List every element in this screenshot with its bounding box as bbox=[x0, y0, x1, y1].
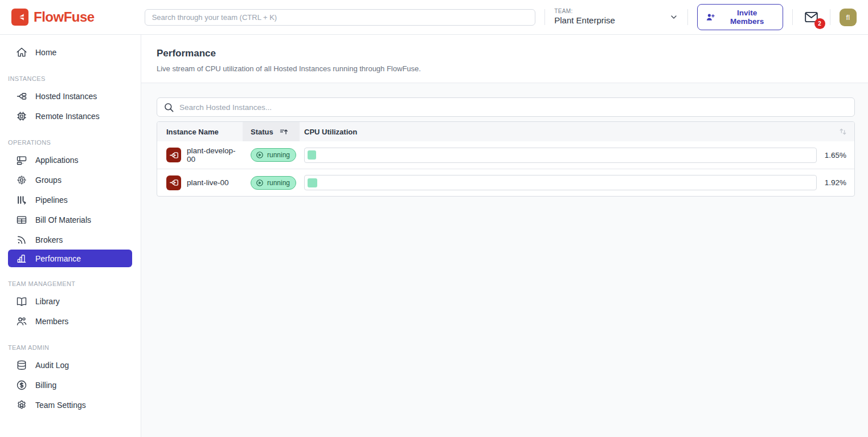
sidebar-item-label: Bill Of Materials bbox=[35, 215, 91, 224]
rss-icon bbox=[16, 234, 27, 246]
sidebar-item-label: Applications bbox=[35, 156, 79, 165]
dashed-chip-icon bbox=[16, 174, 27, 186]
home-icon bbox=[16, 47, 27, 58]
sidebar-item-label: Home bbox=[35, 48, 56, 57]
header-divider bbox=[544, 9, 545, 25]
search-icon bbox=[163, 102, 174, 113]
sidebar-item-hosted-instances[interactable]: Hosted Instances bbox=[0, 86, 141, 106]
page-header: Performance Live stream of CPU utilizati… bbox=[141, 35, 868, 83]
instances-table: Instance Name Status bbox=[157, 121, 855, 197]
sidebar-item-home[interactable]: Home bbox=[0, 42, 141, 62]
instance-search-box[interactable] bbox=[157, 97, 855, 117]
sidebar: Home INSTANCES Hosted Instances bbox=[0, 35, 141, 437]
page-title: Performance bbox=[157, 48, 853, 59]
sidebar-item-billing[interactable]: Billing bbox=[0, 375, 141, 395]
sidebar-section-team-admin: TEAM ADMIN bbox=[8, 344, 141, 351]
pipelines-icon bbox=[16, 194, 27, 206]
team-name: Plant Enterprise bbox=[554, 15, 615, 26]
column-header-cpu-utilization[interactable]: CPU Utilization bbox=[300, 122, 817, 141]
sidebar-item-label: Pipelines bbox=[35, 195, 68, 205]
sidebar-item-library[interactable]: Library bbox=[0, 291, 141, 311]
team-label: TEAM: bbox=[554, 8, 615, 15]
cpu-chip-icon bbox=[16, 111, 27, 122]
node-flow-icon bbox=[16, 91, 27, 102]
brand-name: FlowFuse bbox=[34, 9, 95, 25]
play-circle-icon bbox=[256, 179, 264, 187]
user-avatar[interactable]: fl bbox=[840, 9, 857, 26]
column-header-sort-toggle[interactable] bbox=[817, 122, 854, 141]
dollar-circle-icon bbox=[16, 379, 27, 391]
sidebar-item-members[interactable]: Members bbox=[0, 311, 141, 331]
chevron-down-icon bbox=[669, 13, 678, 22]
status-badge: running bbox=[251, 176, 296, 190]
avatar-initials: fl bbox=[846, 13, 850, 22]
page-subtitle: Live stream of CPU utilization of all Ho… bbox=[157, 64, 853, 73]
sidebar-item-brokers[interactable]: Brokers bbox=[0, 230, 141, 250]
main-content: Performance Live stream of CPU utilizati… bbox=[141, 35, 868, 437]
sidebar-item-label: Performance bbox=[35, 254, 81, 263]
flowfuse-logo[interactable]: FlowFuse bbox=[11, 9, 95, 26]
node-red-instance-icon bbox=[166, 148, 181, 162]
sidebar-item-performance[interactable]: Performance bbox=[8, 250, 132, 267]
flowfuse-logo-icon bbox=[11, 9, 28, 26]
sidebar-item-bill-of-materials[interactable]: Bill Of Materials bbox=[0, 210, 141, 230]
sidebar-section-instances: INSTANCES bbox=[8, 75, 141, 82]
sidebar-item-audit-log[interactable]: Audit Log bbox=[0, 355, 141, 375]
sidebar-item-pipelines[interactable]: Pipelines bbox=[0, 190, 141, 210]
sidebar-item-label: Library bbox=[35, 297, 60, 306]
flowfuse-app: FlowFuse TEAM: Plant Enterprise Invi bbox=[0, 0, 868, 437]
user-group-icon bbox=[16, 316, 27, 327]
cpu-utilization-fill bbox=[308, 178, 317, 187]
instance-name: plant-live-00 bbox=[187, 178, 229, 187]
sidebar-item-applications[interactable]: Applications bbox=[0, 150, 141, 170]
bar-chart-icon bbox=[16, 253, 27, 264]
cpu-utilization-bar bbox=[304, 148, 817, 163]
table-cells-icon bbox=[16, 214, 27, 226]
sidebar-item-label: Groups bbox=[35, 175, 62, 185]
status-badge: running bbox=[251, 148, 296, 162]
status-label: running bbox=[267, 179, 290, 187]
cpu-utilization-bar bbox=[304, 175, 817, 190]
sidebar-item-label: Team Settings bbox=[35, 401, 86, 410]
table-row[interactable]: plant-develop-00 running bbox=[157, 141, 854, 169]
table-row[interactable]: plant-live-00 running bbox=[157, 169, 854, 196]
sidebar-section-team-management: TEAM MANAGEMENT bbox=[8, 280, 141, 287]
open-book-icon bbox=[16, 296, 27, 307]
play-circle-icon bbox=[256, 151, 264, 159]
notifications-button[interactable]: 2 bbox=[803, 10, 820, 24]
sidebar-item-label: Audit Log bbox=[35, 361, 69, 370]
sidebar-item-team-settings[interactable]: Team Settings bbox=[0, 395, 141, 415]
sidebar-item-label: Hosted Instances bbox=[35, 92, 97, 101]
sidebar-item-label: Billing bbox=[35, 381, 56, 390]
column-header-status[interactable]: Status bbox=[243, 122, 300, 141]
team-selector[interactable]: TEAM: Plant Enterprise bbox=[554, 8, 678, 26]
sidebar-item-label: Members bbox=[35, 317, 68, 326]
sidebar-item-label: Brokers bbox=[35, 235, 63, 244]
top-bar: FlowFuse TEAM: Plant Enterprise Invi bbox=[0, 0, 868, 35]
sidebar-item-label: Remote Instances bbox=[35, 112, 100, 121]
header-divider bbox=[687, 9, 688, 25]
user-plus-icon bbox=[706, 13, 715, 22]
sort-ascending-icon bbox=[279, 127, 289, 137]
page-body: Instance Name Status bbox=[141, 83, 868, 437]
table-header-row: Instance Name Status bbox=[157, 122, 854, 141]
gear-icon bbox=[16, 399, 27, 411]
cpu-utilization-value: 1.92% bbox=[817, 178, 854, 187]
sidebar-item-groups[interactable]: Groups bbox=[0, 170, 141, 190]
stacked-windows-icon bbox=[16, 154, 27, 166]
header-divider bbox=[792, 9, 793, 25]
node-red-instance-icon bbox=[166, 175, 181, 190]
invite-members-button[interactable]: Invite Members bbox=[697, 4, 783, 30]
notification-count-badge: 2 bbox=[814, 18, 825, 29]
sidebar-item-remote-instances[interactable]: Remote Instances bbox=[0, 106, 141, 126]
database-icon bbox=[16, 360, 27, 371]
cpu-utilization-value: 1.65% bbox=[817, 151, 854, 160]
header-divider bbox=[830, 9, 830, 25]
status-label: running bbox=[267, 151, 290, 159]
invite-members-label: Invite Members bbox=[720, 9, 775, 26]
instance-search-input[interactable] bbox=[179, 103, 848, 112]
sidebar-section-operations: OPERATIONS bbox=[8, 139, 141, 146]
column-header-instance-name[interactable]: Instance Name bbox=[157, 122, 243, 141]
instance-name: plant-develop-00 bbox=[187, 146, 243, 164]
team-search-input[interactable] bbox=[145, 9, 536, 26]
